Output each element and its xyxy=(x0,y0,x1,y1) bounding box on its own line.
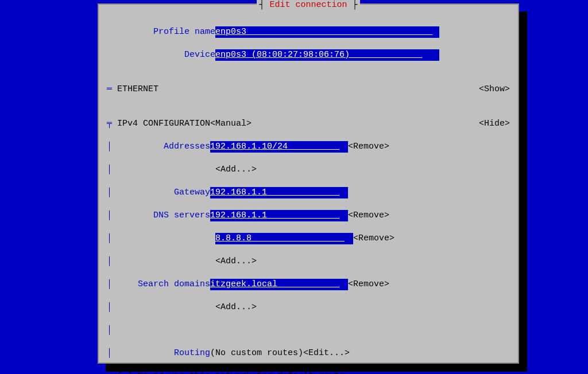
dns-label: DNS servers xyxy=(153,210,210,221)
ethernet-heading: ETHERNET xyxy=(117,84,158,95)
ipv4-mode-select[interactable]: <Manual> xyxy=(210,118,252,130)
gateway-label: Gateway xyxy=(174,187,210,198)
address-add-button[interactable]: <Add...> xyxy=(215,164,257,176)
search-remove-button[interactable]: <Remove> xyxy=(348,279,389,290)
routing-status: (No custom routes) xyxy=(210,348,303,359)
device-label: Device xyxy=(184,49,215,61)
routing-label: Routing xyxy=(174,348,210,359)
address-input[interactable]: 192.168.1.10/24 xyxy=(210,141,348,153)
routing-edit-button[interactable]: <Edit...> xyxy=(303,348,350,359)
dialog-title: Edit connection xyxy=(269,0,347,10)
never-default-checkbox[interactable]: [ ] Never use this network for default r… xyxy=(117,371,345,374)
addresses-label: Addresses xyxy=(164,141,210,153)
ethernet-show-button[interactable]: <Show> xyxy=(479,84,510,95)
search-domain-input[interactable]: itzgeek.local xyxy=(210,279,348,290)
dns2-input[interactable]: 8.8.8.8 xyxy=(215,233,353,244)
ipv4-heading: IPv4 CONFIGURATION xyxy=(117,118,210,130)
device-input[interactable]: enp0s3 (08:00:27:98:06:76) xyxy=(215,49,439,61)
ipv4-hide-button[interactable]: <Hide> xyxy=(479,118,510,130)
edit-connection-dialog: ┤ Edit connection ├ Profile name enp0s3 … xyxy=(98,3,519,364)
search-add-button[interactable]: <Add...> xyxy=(215,302,257,313)
dns1-remove-button[interactable]: <Remove> xyxy=(348,210,389,221)
dns1-input[interactable]: 192.168.1.1 xyxy=(210,210,348,221)
gateway-input[interactable]: 192.168.1.1 xyxy=(210,187,348,198)
dns-add-button[interactable]: <Add...> xyxy=(215,256,257,267)
search-domains-label: Search domains xyxy=(138,279,210,290)
profile-name-input[interactable]: enp0s3 xyxy=(215,26,439,38)
address-remove-button[interactable]: <Remove> xyxy=(348,141,389,153)
title-bar: ┤ Edit connection ├ xyxy=(99,0,518,10)
profile-name-label: Profile name xyxy=(153,26,215,38)
dns2-remove-button[interactable]: <Remove> xyxy=(353,233,394,244)
